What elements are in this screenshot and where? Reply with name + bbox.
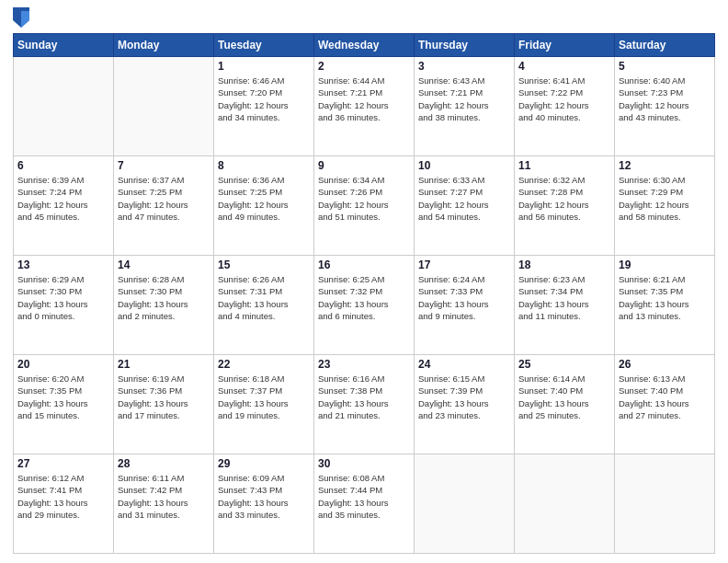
day-number: 20 — [17, 358, 109, 371]
calendar-cell: 6Sunrise: 6:39 AM Sunset: 7:24 PM Daylig… — [14, 156, 114, 256]
day-detail: Sunrise: 6:12 AM Sunset: 7:41 PM Dayligh… — [17, 472, 109, 521]
day-detail: Sunrise: 6:15 AM Sunset: 7:39 PM Dayligh… — [418, 373, 510, 421]
day-detail: Sunrise: 6:33 AM Sunset: 7:27 PM Dayligh… — [418, 174, 510, 223]
day-detail: Sunrise: 6:34 AM Sunset: 7:26 PM Dayligh… — [318, 174, 410, 223]
day-detail: Sunrise: 6:39 AM Sunset: 7:24 PM Dayligh… — [17, 174, 109, 223]
day-detail: Sunrise: 6:44 AM Sunset: 7:21 PM Dayligh… — [318, 75, 410, 123]
logo-icon — [13, 7, 29, 28]
calendar-week-row: 1Sunrise: 6:46 AM Sunset: 7:20 PM Daylig… — [14, 57, 715, 156]
day-number: 22 — [218, 358, 310, 371]
calendar-cell: 16Sunrise: 6:25 AM Sunset: 7:32 PM Dayli… — [314, 256, 415, 355]
day-detail: Sunrise: 6:26 AM Sunset: 7:31 PM Dayligh… — [218, 273, 310, 322]
day-detail: Sunrise: 6:37 AM Sunset: 7:25 PM Dayligh… — [118, 174, 210, 223]
day-detail: Sunrise: 6:36 AM Sunset: 7:25 PM Dayligh… — [218, 174, 310, 223]
day-detail: Sunrise: 6:25 AM Sunset: 7:32 PM Dayligh… — [318, 273, 410, 322]
calendar-cell: 13Sunrise: 6:29 AM Sunset: 7:30 PM Dayli… — [14, 256, 114, 355]
calendar-cell: 12Sunrise: 6:30 AM Sunset: 7:29 PM Dayli… — [615, 156, 715, 256]
day-detail: Sunrise: 6:11 AM Sunset: 7:42 PM Dayligh… — [118, 472, 210, 521]
day-number: 27 — [17, 457, 109, 470]
calendar-cell: 28Sunrise: 6:11 AM Sunset: 7:42 PM Dayli… — [114, 454, 214, 554]
day-number: 15 — [218, 259, 310, 271]
calendar-cell: 14Sunrise: 6:28 AM Sunset: 7:30 PM Dayli… — [114, 256, 214, 355]
weekday-header-tuesday: Tuesday — [214, 34, 314, 57]
day-detail: Sunrise: 6:30 AM Sunset: 7:29 PM Dayligh… — [619, 174, 711, 223]
day-number: 4 — [518, 60, 610, 73]
day-number: 21 — [118, 358, 210, 371]
day-number: 17 — [418, 259, 510, 271]
day-detail: Sunrise: 6:19 AM Sunset: 7:36 PM Dayligh… — [118, 373, 210, 421]
day-number: 10 — [418, 159, 510, 172]
calendar-cell — [515, 454, 615, 554]
calendar-cell: 24Sunrise: 6:15 AM Sunset: 7:39 PM Dayli… — [415, 355, 515, 454]
day-number: 24 — [418, 358, 510, 371]
calendar-cell: 8Sunrise: 6:36 AM Sunset: 7:25 PM Daylig… — [214, 156, 314, 256]
day-detail: Sunrise: 6:24 AM Sunset: 7:33 PM Dayligh… — [418, 273, 510, 322]
calendar-cell: 20Sunrise: 6:20 AM Sunset: 7:35 PM Dayli… — [14, 355, 114, 454]
day-number: 25 — [518, 358, 610, 371]
weekday-header-thursday: Thursday — [415, 34, 515, 57]
day-number: 3 — [418, 60, 510, 73]
header — [13, 9, 715, 28]
day-detail: Sunrise: 6:18 AM Sunset: 7:37 PM Dayligh… — [218, 373, 310, 421]
calendar-week-row: 6Sunrise: 6:39 AM Sunset: 7:24 PM Daylig… — [14, 156, 715, 256]
calendar-cell — [14, 57, 114, 156]
day-number: 13 — [17, 259, 109, 271]
calendar-cell: 5Sunrise: 6:40 AM Sunset: 7:23 PM Daylig… — [615, 57, 715, 156]
calendar-cell: 1Sunrise: 6:46 AM Sunset: 7:20 PM Daylig… — [214, 57, 314, 156]
weekday-header-monday: Monday — [114, 34, 214, 57]
day-number: 1 — [218, 60, 310, 73]
calendar-cell: 17Sunrise: 6:24 AM Sunset: 7:33 PM Dayli… — [415, 256, 515, 355]
weekday-header-saturday: Saturday — [615, 34, 715, 57]
svg-marker-1 — [21, 11, 29, 28]
day-detail: Sunrise: 6:28 AM Sunset: 7:30 PM Dayligh… — [118, 273, 210, 322]
day-number: 2 — [318, 60, 410, 73]
weekday-header-sunday: Sunday — [14, 34, 114, 57]
day-number: 8 — [218, 159, 310, 172]
weekday-header-row: SundayMondayTuesdayWednesdayThursdayFrid… — [14, 34, 715, 57]
calendar-cell: 18Sunrise: 6:23 AM Sunset: 7:34 PM Dayli… — [515, 256, 615, 355]
day-detail: Sunrise: 6:32 AM Sunset: 7:28 PM Dayligh… — [518, 174, 610, 223]
calendar-cell: 26Sunrise: 6:13 AM Sunset: 7:40 PM Dayli… — [615, 355, 715, 454]
calendar-cell — [114, 57, 214, 156]
calendar-cell: 25Sunrise: 6:14 AM Sunset: 7:40 PM Dayli… — [515, 355, 615, 454]
day-number: 18 — [518, 259, 610, 271]
day-detail: Sunrise: 6:46 AM Sunset: 7:20 PM Dayligh… — [218, 75, 310, 123]
calendar-cell: 3Sunrise: 6:43 AM Sunset: 7:21 PM Daylig… — [415, 57, 515, 156]
day-number: 30 — [318, 457, 410, 470]
calendar-cell: 4Sunrise: 6:41 AM Sunset: 7:22 PM Daylig… — [515, 57, 615, 156]
day-number: 29 — [218, 457, 310, 470]
day-number: 7 — [118, 159, 210, 172]
calendar-cell: 23Sunrise: 6:16 AM Sunset: 7:38 PM Dayli… — [314, 355, 415, 454]
day-detail: Sunrise: 6:20 AM Sunset: 7:35 PM Dayligh… — [17, 373, 109, 421]
calendar-cell: 7Sunrise: 6:37 AM Sunset: 7:25 PM Daylig… — [114, 156, 214, 256]
calendar-cell: 29Sunrise: 6:09 AM Sunset: 7:43 PM Dayli… — [214, 454, 314, 554]
day-detail: Sunrise: 6:43 AM Sunset: 7:21 PM Dayligh… — [418, 75, 510, 123]
calendar-cell: 21Sunrise: 6:19 AM Sunset: 7:36 PM Dayli… — [114, 355, 214, 454]
day-detail: Sunrise: 6:16 AM Sunset: 7:38 PM Dayligh… — [318, 373, 410, 421]
calendar-cell: 22Sunrise: 6:18 AM Sunset: 7:37 PM Dayli… — [214, 355, 314, 454]
day-detail: Sunrise: 6:09 AM Sunset: 7:43 PM Dayligh… — [218, 472, 310, 521]
weekday-header-friday: Friday — [515, 34, 615, 57]
calendar-week-row: 13Sunrise: 6:29 AM Sunset: 7:30 PM Dayli… — [14, 256, 715, 355]
day-detail: Sunrise: 6:41 AM Sunset: 7:22 PM Dayligh… — [518, 75, 610, 123]
calendar-cell: 11Sunrise: 6:32 AM Sunset: 7:28 PM Dayli… — [515, 156, 615, 256]
day-number: 14 — [118, 259, 210, 271]
calendar-table: SundayMondayTuesdayWednesdayThursdayFrid… — [13, 33, 715, 554]
day-detail: Sunrise: 6:14 AM Sunset: 7:40 PM Dayligh… — [518, 373, 610, 421]
calendar-cell: 27Sunrise: 6:12 AM Sunset: 7:41 PM Dayli… — [14, 454, 114, 554]
calendar-cell: 15Sunrise: 6:26 AM Sunset: 7:31 PM Dayli… — [214, 256, 314, 355]
day-detail: Sunrise: 6:21 AM Sunset: 7:35 PM Dayligh… — [619, 273, 711, 322]
calendar-cell: 30Sunrise: 6:08 AM Sunset: 7:44 PM Dayli… — [314, 454, 415, 554]
day-detail: Sunrise: 6:29 AM Sunset: 7:30 PM Dayligh… — [17, 273, 109, 322]
day-detail: Sunrise: 6:40 AM Sunset: 7:23 PM Dayligh… — [619, 75, 711, 123]
day-number: 16 — [318, 259, 410, 271]
day-detail: Sunrise: 6:08 AM Sunset: 7:44 PM Dayligh… — [318, 472, 410, 521]
day-number: 12 — [619, 159, 711, 172]
calendar-cell: 19Sunrise: 6:21 AM Sunset: 7:35 PM Dayli… — [615, 256, 715, 355]
day-number: 11 — [518, 159, 610, 172]
day-detail: Sunrise: 6:23 AM Sunset: 7:34 PM Dayligh… — [518, 273, 610, 322]
page: SundayMondayTuesdayWednesdayThursdayFrid… — [0, 0, 728, 563]
calendar-cell: 10Sunrise: 6:33 AM Sunset: 7:27 PM Dayli… — [415, 156, 515, 256]
day-number: 9 — [318, 159, 410, 172]
day-number: 26 — [619, 358, 711, 371]
